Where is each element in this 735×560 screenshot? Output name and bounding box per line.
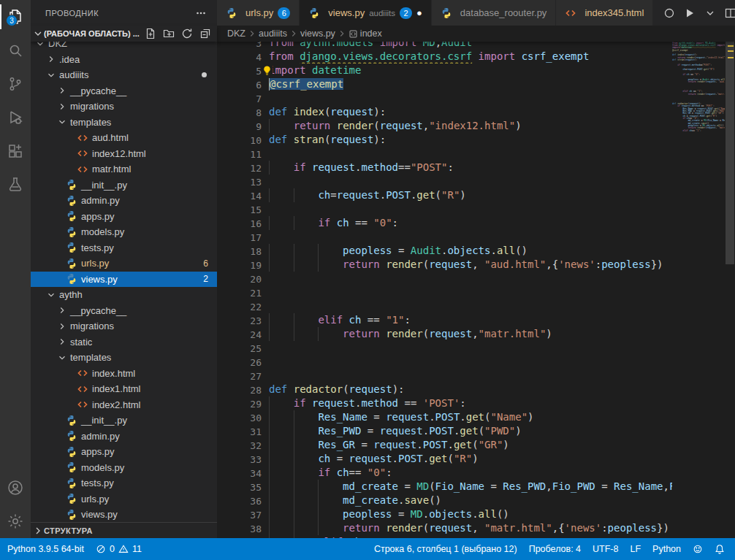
tree-item-aud.html[interactable]: aud.html (31, 130, 217, 146)
code-line[interactable]: 8def index(request): (217, 105, 672, 119)
code-line[interactable]: 27 (217, 369, 672, 383)
activity-settings[interactable] (0, 505, 31, 538)
editor-scrollbar[interactable] (725, 42, 735, 538)
code-line[interactable]: 6@csrf_exempt (217, 77, 672, 91)
run-dropdown-button[interactable] (704, 7, 716, 19)
status-language-mode[interactable]: Python (647, 538, 687, 560)
code-line[interactable]: 18peopless = Audit.objects.all() (217, 244, 672, 258)
code-line[interactable]: 29if request.method == 'POST': (217, 396, 672, 410)
tree-item-tests.py[interactable]: tests.py (31, 475, 217, 491)
tree-item-.idea[interactable]: .idea (31, 52, 217, 68)
tree-item-admin.py[interactable]: admin.py (31, 193, 217, 209)
tree-item-migrations[interactable]: migrations (31, 99, 217, 115)
code-line[interactable]: 25 (217, 341, 672, 355)
tab-index345.html[interactable]: index345.html (556, 0, 653, 26)
code-line[interactable]: 34if ch== "0": (217, 466, 672, 480)
code-line[interactable]: 37peopless = MD.objects.all() (217, 507, 672, 521)
tree-item-index.html[interactable]: index.html (31, 366, 217, 382)
status-indentation[interactable]: Пробелов: 4 (523, 538, 587, 560)
minimap[interactable]: from aythh.models import MD,Auditfrom dj… (672, 42, 725, 538)
run-python-file-button[interactable] (684, 7, 696, 19)
status-python-interpreter[interactable]: Python 3.9.5 64-bit (1, 538, 90, 560)
status-encoding[interactable]: UTF-8 (587, 538, 624, 560)
code-line[interactable]: 15 (217, 202, 672, 216)
tree-item-urls.py[interactable]: urls.py6 (31, 256, 217, 272)
code-line[interactable]: 4from django.views.decorators.csrf impor… (217, 50, 672, 64)
tree-item-audiiits[interactable]: audiiits (31, 67, 217, 83)
breadcrumb-item-index[interactable]: index (349, 28, 382, 39)
code-line[interactable]: 38return render(request, "matr.html",{'n… (217, 521, 672, 535)
activity-testing[interactable] (0, 168, 31, 202)
new-file-button[interactable] (145, 28, 156, 39)
tree-item-aythh[interactable]: aythh (31, 287, 217, 303)
tree-item-views.py[interactable]: views.py2 (31, 272, 217, 288)
more-actions-icon[interactable] (195, 7, 207, 19)
editor-circle-button[interactable] (663, 7, 675, 19)
code-line[interactable]: 22 (217, 299, 672, 313)
code-line[interactable]: 21 (217, 285, 672, 299)
tree-item-__pycache__[interactable]: __pycache__ (31, 303, 217, 319)
lightbulb-icon[interactable] (262, 65, 273, 76)
code-line[interactable]: 28def redactor(request): (217, 383, 672, 396)
tree-item-templates[interactable]: templates (31, 115, 217, 131)
workspace-section-header[interactable]: (РАБОЧАЯ ОБЛАСТЬ) ... (31, 26, 217, 42)
refresh-button[interactable] (181, 28, 193, 39)
code-line[interactable]: 31Res_PWD = request.POST.get("PWD") (217, 424, 672, 438)
code-line[interactable]: 12if request.method=="POST": (217, 161, 672, 174)
split-editor-button[interactable] (725, 7, 735, 19)
tab-views.py[interactable]: views.pyaudiiits2● (300, 0, 432, 26)
tree-item-static[interactable]: static (31, 334, 217, 350)
code-line[interactable]: 23elif ch == "1": (217, 313, 672, 327)
activity-explorer[interactable]: 3 (0, 0, 31, 34)
code-line[interactable]: 33ch = request.POST.get("R") (217, 452, 672, 466)
tree-item-__pycache__[interactable]: __pycache__ (31, 83, 217, 99)
tree-item-__init__.py[interactable]: __init__.py (31, 177, 217, 193)
code-line[interactable]: 10def stran(request): (217, 133, 672, 147)
code-line[interactable]: 7 (217, 91, 672, 105)
code-line[interactable]: 32Res_GR = request.POST.get("GR") (217, 438, 672, 452)
code-line[interactable]: 30Res_Name = request.POST.get("Name") (217, 410, 672, 424)
tree-item-models.py[interactable]: models.py (31, 224, 217, 240)
status-cursor-position[interactable]: Строка 6, столбец 1 (выбрано 12) (368, 538, 523, 560)
status-notifications[interactable] (709, 538, 731, 560)
tree-item-__init__.py[interactable]: __init__.py (31, 413, 217, 429)
breadcrumb-item-audiiits[interactable]: audiiits (259, 28, 287, 39)
tree-item-apps.py[interactable]: apps.py (31, 209, 217, 225)
tree-item-index2.html[interactable]: index2.html (31, 397, 217, 413)
tab-database_roouter.py[interactable]: database_roouter.py (432, 0, 557, 26)
tree-item-matr.html[interactable]: matr.html (31, 161, 217, 177)
tree-item-urls.py[interactable]: urls.py (31, 491, 217, 507)
tree-item-tests.py[interactable]: tests.py (31, 240, 217, 256)
tree-item-index1.html[interactable]: index1.html (31, 381, 217, 397)
activity-source-control[interactable] (0, 67, 31, 101)
code-line[interactable]: 36md_create.save() (217, 494, 672, 507)
code-line[interactable]: 3from aythh.models import MD,Audit (217, 42, 672, 50)
tree-item-admin.py[interactable]: admin.py (31, 429, 217, 445)
activity-run-and-debug[interactable] (0, 101, 31, 134)
tree-item-DKZ[interactable]: DKZ (31, 42, 217, 52)
breadcrumb-item-views.py[interactable]: views.py (300, 28, 335, 39)
activity-accounts[interactable] (0, 471, 31, 505)
status-feedback[interactable] (687, 538, 709, 560)
scrollbar-thumb[interactable] (726, 42, 734, 264)
tab-urls.py[interactable]: urls.py6 (217, 0, 300, 26)
code-line[interactable]: 11 (217, 147, 672, 161)
code-line[interactable]: 13 (217, 174, 672, 188)
code-line[interactable]: 17 (217, 230, 672, 244)
tree-item-views.py[interactable]: views.py (31, 507, 217, 522)
code-line[interactable]: 24return render(request,"matr.html") (217, 327, 672, 341)
tree-item-migrations[interactable]: migrations (31, 318, 217, 334)
status-eol[interactable]: LF (624, 538, 647, 560)
code-line[interactable]: 9return render(request,"index12.html") (217, 119, 672, 133)
outline-section-header[interactable]: СТРУКТУРА (31, 522, 217, 538)
activity-extensions[interactable] (0, 134, 31, 168)
code-line[interactable]: 14ch=request.POST.get("R") (217, 188, 672, 202)
status-problems[interactable]: 011 (90, 538, 148, 560)
code-line[interactable]: 20 (217, 272, 672, 285)
breadcrumb-item-DKZ[interactable]: DKZ (227, 28, 245, 39)
code-editor[interactable]: 3from aythh.models import MD,Audit4from … (217, 42, 735, 538)
tree-item-templates[interactable]: templates (31, 350, 217, 366)
code-line[interactable]: 19return render(request, "aud.html",{'ne… (217, 258, 672, 272)
code-line[interactable]: 35md_create = MD(Fio_Name = Res_PWD,Fio_… (217, 480, 672, 494)
code-line[interactable]: 16if ch == "0": (217, 216, 672, 230)
